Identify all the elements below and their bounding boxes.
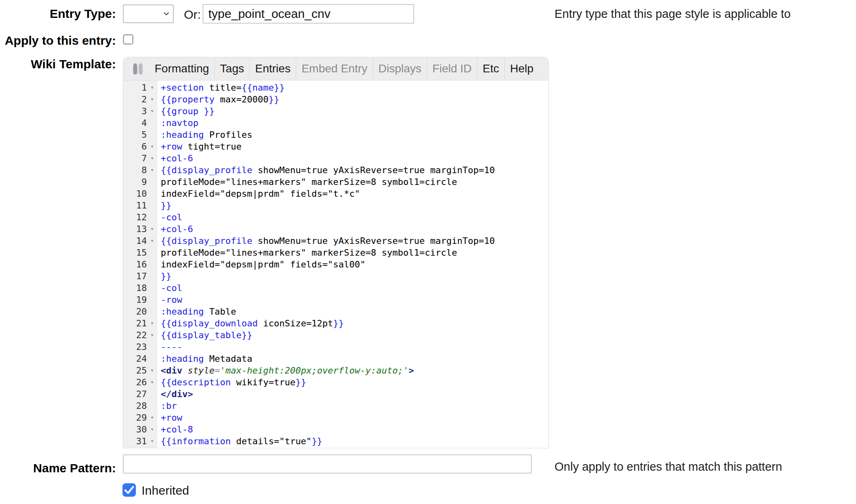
apply-checkbox-wrap: [123, 34, 133, 45]
code-line[interactable]: 9profileMode="lines+markers" markerSize=…: [123, 176, 548, 188]
fold-arrow-icon[interactable]: ▾: [147, 365, 157, 376]
fold-arrow-icon[interactable]: ▾: [147, 82, 157, 93]
line-number: 27: [123, 388, 147, 400]
code-line[interactable]: 13▾+col-6: [123, 223, 548, 235]
line-content: +section title={{name}}: [157, 82, 285, 93]
apply-label: Apply to this entry:: [0, 33, 116, 49]
code-line[interactable]: 21▾{{display_download iconSize=12pt}}: [123, 317, 548, 329]
fold-arrow-icon[interactable]: ▾: [147, 235, 157, 247]
code-line[interactable]: 6▾+row tight=true: [123, 141, 548, 152]
line-content: indexField="depsm|prdm" fields="sal00": [157, 259, 365, 270]
tab-formatting[interactable]: Formatting: [149, 58, 214, 80]
line-number: 15: [123, 247, 147, 259]
tab-entries[interactable]: Entries: [249, 58, 296, 80]
line-number: 2: [123, 93, 147, 105]
code-line[interactable]: 28:br: [123, 400, 548, 412]
line-content: +col-8: [157, 424, 193, 435]
line-number: 19: [123, 294, 147, 306]
code-line[interactable]: 30▾+col-8: [123, 424, 548, 435]
fold-spacer: [147, 306, 157, 317]
line-number: 17: [123, 270, 147, 282]
tab-tags[interactable]: Tags: [214, 58, 249, 80]
code-line[interactable]: 4:navtop: [123, 117, 548, 129]
fold-arrow-icon[interactable]: ▾: [147, 329, 157, 341]
fold-arrow-icon[interactable]: ▾: [147, 105, 157, 117]
code-line[interactable]: 25▾<div style='max-height:200px;overflow…: [123, 365, 548, 376]
fold-spacer: [147, 176, 157, 188]
fold-spacer: [147, 188, 157, 200]
line-number: 3: [123, 105, 147, 117]
code-line[interactable]: 19-row: [123, 294, 548, 306]
code-line[interactable]: 16indexField="depsm|prdm" fields="sal00": [123, 259, 548, 270]
fold-arrow-icon[interactable]: ▾: [147, 152, 157, 164]
code-line[interactable]: 15profileMode="lines+markers" markerSize…: [123, 247, 548, 259]
code-line[interactable]: 11}}: [123, 200, 548, 211]
line-content: +col-6: [157, 152, 193, 164]
tab-etc[interactable]: Etc: [477, 58, 504, 80]
fold-arrow-icon[interactable]: ▾: [147, 141, 157, 152]
fold-arrow-icon[interactable]: ▾: [147, 412, 157, 424]
tab-field-id[interactable]: Field ID: [427, 58, 477, 80]
line-number: 6: [123, 141, 147, 152]
code-line[interactable]: 8▾{{display_profile showMenu=true yAxisR…: [123, 164, 548, 176]
entry-type-select[interactable]: [123, 4, 174, 23]
line-content: }}: [157, 270, 172, 282]
inherited-label: Inherited: [142, 484, 189, 497]
code-line[interactable]: 12-col: [123, 211, 548, 223]
fold-arrow-icon[interactable]: ▾: [147, 93, 157, 105]
line-content: {{group }}: [157, 105, 214, 117]
fold-arrow-icon[interactable]: ▾: [147, 317, 157, 329]
fold-arrow-icon[interactable]: ▾: [147, 164, 157, 176]
line-content: {{information details="true"}}: [157, 435, 322, 447]
line-number: 29: [123, 412, 147, 424]
code-line[interactable]: 27</div>: [123, 388, 548, 400]
line-content: :heading Metadata: [157, 353, 252, 365]
code-line[interactable]: 18-col: [123, 282, 548, 294]
code-line[interactable]: 17}}: [123, 270, 548, 282]
code-line[interactable]: 10indexField="depsm|prdm" fields="t.*c": [123, 188, 548, 200]
fold-spacer: [147, 129, 157, 141]
binoculars-icon[interactable]: [129, 62, 149, 76]
fold-spacer: [147, 270, 157, 282]
name-pattern-input[interactable]: [123, 454, 532, 474]
code-line[interactable]: 32{{: [123, 447, 548, 448]
code-line[interactable]: 22▾{{display_table}}: [123, 329, 548, 341]
line-content: +row: [157, 412, 182, 424]
inherited-checkbox[interactable]: [122, 483, 136, 497]
line-content: +row tight=true: [157, 141, 242, 152]
code-line[interactable]: 31▾{{information details="true"}}: [123, 435, 548, 447]
line-content: profileMode="lines+markers" markerSize=8…: [157, 176, 457, 188]
line-content: indexField="depsm|prdm" fields="t.*c": [157, 188, 360, 200]
apply-checkbox[interactable]: [123, 34, 133, 45]
fold-arrow-icon[interactable]: ▾: [147, 376, 157, 388]
code-lines: 1▾+section title={{name}}2▾{{property ma…: [123, 80, 548, 448]
code-line[interactable]: 23----: [123, 341, 548, 353]
name-pattern-help: Only apply to entries that match this pa…: [555, 458, 782, 475]
code-line[interactable]: 7▾+col-6: [123, 152, 548, 164]
entry-type-input[interactable]: [203, 4, 414, 24]
fold-spacer: [147, 247, 157, 259]
code-line[interactable]: 29▾+row: [123, 412, 548, 424]
tab-embed-entry[interactable]: Embed Entry: [296, 58, 373, 80]
line-content: profileMode="lines+markers" markerSize=8…: [157, 247, 457, 259]
editor-tabbar: FormattingTagsEntriesEmbed EntryDisplays…: [123, 57, 548, 80]
fold-arrow-icon[interactable]: ▾: [147, 424, 157, 435]
fold-arrow-icon[interactable]: ▾: [147, 223, 157, 235]
line-number: 4: [123, 117, 147, 129]
code-line[interactable]: 24:heading Metadata: [123, 353, 548, 365]
code-area[interactable]: 1▾+section title={{name}}2▾{{property ma…: [123, 80, 548, 448]
line-content: -col: [157, 282, 182, 294]
tab-help[interactable]: Help: [504, 58, 539, 80]
code-line[interactable]: 14▾{{display_profile showMenu=true yAxis…: [123, 235, 548, 247]
code-line[interactable]: 5:heading Profiles: [123, 129, 548, 141]
code-line[interactable]: 3▾{{group }}: [123, 105, 548, 117]
tab-displays[interactable]: Displays: [373, 58, 427, 80]
line-number: 24: [123, 353, 147, 365]
code-line[interactable]: 2▾{{property max=20000}}: [123, 93, 548, 105]
fold-arrow-icon[interactable]: ▾: [147, 435, 157, 447]
code-line[interactable]: 20:heading Table: [123, 306, 548, 317]
line-content: {{display_table}}: [157, 329, 252, 341]
code-line[interactable]: 1▾+section title={{name}}: [123, 82, 548, 93]
code-line[interactable]: 26▾{{description wikify=true}}: [123, 376, 548, 388]
line-content: {{property max=20000}}: [157, 93, 279, 105]
